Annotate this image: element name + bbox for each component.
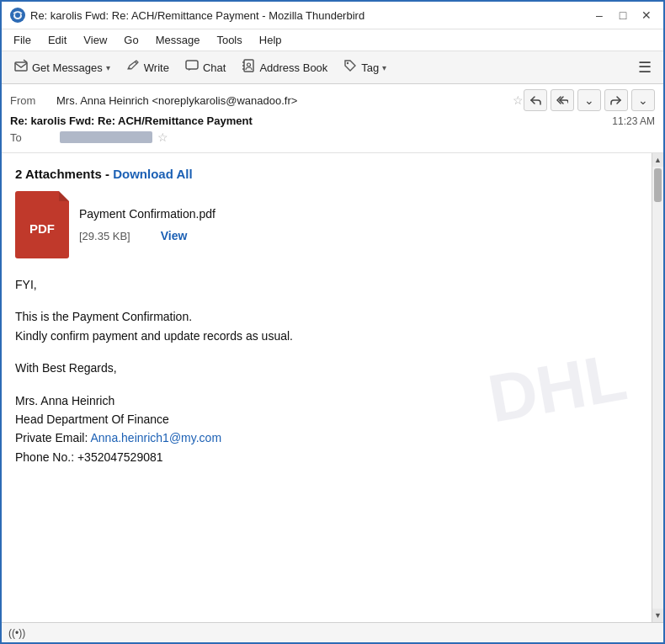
get-messages-button[interactable]: Get Messages ▾ (7, 55, 117, 80)
private-email-label: Private Email: (15, 431, 90, 444)
write-icon (125, 58, 141, 77)
svg-point-2 (15, 13, 20, 18)
title-bar-left: Re: karolis Fwd: Re: ACH/Remittance Paym… (10, 8, 364, 23)
minimize-button[interactable]: – (591, 7, 608, 24)
menu-message[interactable]: Message (149, 31, 207, 49)
window-title: Re: karolis Fwd: Re: ACH/Remittance Paym… (30, 9, 364, 22)
reply-all-button[interactable] (551, 89, 574, 111)
reply-button[interactable] (524, 89, 547, 111)
attachment-size: [29.35 KB] (79, 230, 130, 242)
scroll-track (652, 167, 663, 609)
menu-file[interactable]: File (7, 31, 38, 49)
email-text-body: FYI, This is the Payment Confirmation. K… (15, 275, 638, 466)
window-controls: – □ ✕ (591, 7, 655, 24)
more-actions-button[interactable]: ⌄ (631, 89, 655, 111)
address-book-button[interactable]: Address Book (234, 55, 334, 80)
chat-label: Chat (203, 61, 226, 74)
svg-line-4 (135, 61, 137, 64)
svg-point-11 (347, 62, 348, 64)
email-header: From Mrs. Anna Heinrich <noreplykarolis@… (2, 84, 663, 153)
write-button[interactable]: Write (119, 55, 176, 80)
attachment-card: PDF Payment Confirmation.pdf [29.35 KB] … (15, 191, 638, 258)
private-email-link[interactable]: Anna.heinrich1@my.com (90, 431, 221, 444)
email-body-main: This is the Payment Confirmation. Kindly… (15, 307, 638, 345)
to-star-icon[interactable]: ☆ (157, 130, 168, 144)
thunderbird-icon (10, 8, 25, 23)
sender-name: Mrs. Anna Heinrich (15, 394, 114, 407)
from-star-icon[interactable]: ☆ (513, 93, 524, 107)
main-window: Re: karolis Fwd: Re: ACH/Remittance Paym… (0, 0, 665, 644)
write-label: Write (144, 61, 169, 74)
email-greeting: FYI, (15, 275, 638, 294)
svg-rect-3 (15, 62, 27, 71)
tag-icon (343, 58, 358, 77)
scrollbar: ▲ ▼ (652, 153, 663, 622)
address-book-label: Address Book (259, 61, 327, 74)
scroll-thumb[interactable] (654, 168, 662, 202)
get-messages-dropdown-icon[interactable]: ▾ (106, 63, 110, 72)
menu-help[interactable]: Help (253, 31, 289, 49)
status-bar: ((•)) (2, 622, 663, 642)
chat-icon (184, 58, 200, 77)
svg-rect-5 (186, 61, 198, 69)
attachment-name: Payment Confirmation.pdf (79, 207, 215, 221)
attachment-info: Payment Confirmation.pdf [29.35 KB] View (79, 207, 215, 242)
close-button[interactable]: ✕ (638, 7, 655, 24)
tag-button[interactable]: Tag ▾ (336, 55, 393, 80)
attachment-separator: - (105, 167, 113, 181)
menu-view[interactable]: View (77, 31, 114, 49)
title-bar: Re: karolis Fwd: Re: ACH/Remittance Paym… (2, 2, 663, 29)
forward-button[interactable] (604, 89, 628, 111)
tag-dropdown-icon[interactable]: ▾ (382, 63, 386, 72)
download-all-link[interactable]: Download All (113, 167, 192, 181)
scroll-down-button[interactable]: ▼ (652, 609, 664, 622)
email-regards: With Best Regards, (15, 359, 638, 377)
pdf-icon: PDF (15, 191, 69, 258)
pdf-label: PDF (29, 221, 55, 236)
email-body: DHL 2 Attachments - Download All PDF Pay… (2, 153, 652, 622)
maximize-button[interactable]: □ (614, 7, 631, 24)
address-book-icon (241, 58, 256, 77)
attachment-view-link[interactable]: View (161, 229, 188, 242)
tag-label: Tag (361, 61, 379, 74)
from-row: From Mrs. Anna Heinrich <noreplykarolis@… (10, 89, 655, 111)
email-signature: Mrs. Anna Heinrich Head Department Of Fi… (15, 391, 638, 467)
from-value: Mrs. Anna Heinrich <noreplykarolis@wanad… (56, 94, 508, 107)
connection-status-icon: ((•)) (8, 627, 25, 639)
menu-go[interactable]: Go (117, 31, 145, 49)
menu-edit[interactable]: Edit (41, 31, 73, 49)
get-messages-icon (13, 58, 29, 77)
attachment-count: 2 Attachments (15, 167, 102, 181)
to-label: To (10, 131, 56, 144)
menu-bar: File Edit View Go Message Tools Help (2, 29, 663, 51)
subject-row: Re: karolis Fwd: Re: ACH/Remittance Paym… (10, 114, 655, 127)
to-row: To ☆ (10, 130, 655, 144)
attachment-action-row: [29.35 KB] View (79, 229, 215, 242)
email-actions: ⌄ ⌄ (524, 89, 655, 111)
chat-button[interactable]: Chat (178, 55, 232, 80)
scroll-up-button[interactable]: ▲ (652, 153, 664, 167)
toolbar: Get Messages ▾ Write Chat (2, 51, 663, 84)
expand-button[interactable]: ⌄ (577, 89, 601, 111)
email-body-wrapper: DHL 2 Attachments - Download All PDF Pay… (2, 153, 663, 622)
hamburger-menu-button[interactable]: ☰ (631, 55, 658, 80)
subject-value: Re: karolis Fwd: Re: ACH/Remittance Paym… (10, 114, 253, 127)
from-label: From (10, 94, 56, 107)
to-redacted-value (60, 131, 152, 143)
sender-title: Head Department Of Finance (15, 412, 169, 426)
menu-tools[interactable]: Tools (210, 31, 248, 49)
svg-point-10 (247, 63, 251, 67)
phone-number: Phone No.: +352047529081 (15, 450, 163, 464)
attachments-header: 2 Attachments - Download All (15, 167, 638, 181)
get-messages-label: Get Messages (32, 61, 103, 74)
email-timestamp: 11:23 AM (612, 115, 655, 127)
